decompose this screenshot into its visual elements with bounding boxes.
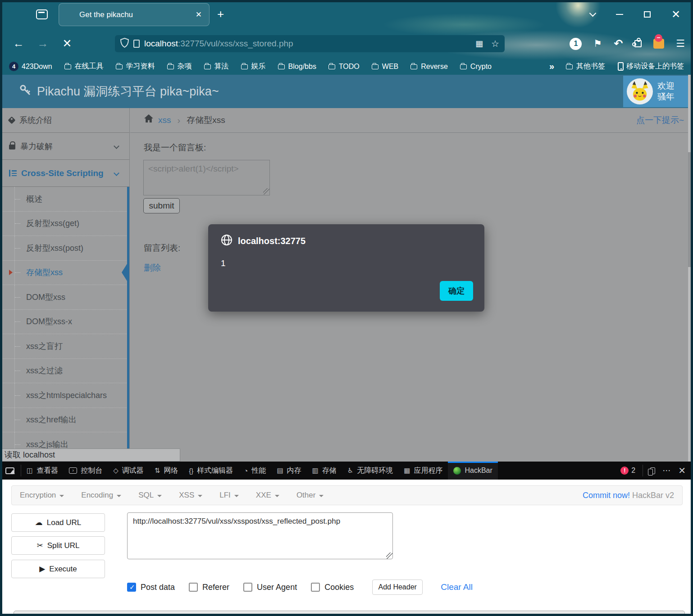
new-tab-button[interactable]: + [217,7,224,21]
shield-icon[interactable] [120,38,129,50]
page-scrollbar[interactable] [688,75,693,462]
bookmark-folder[interactable]: 算法 [204,62,229,71]
devtools-tab-network[interactable]: ⇅网络 [149,462,184,480]
undo-icon[interactable]: ↶ [614,37,623,50]
bookmark-folder[interactable]: TODO [328,63,360,71]
devtools-tab-storage[interactable]: ▥存储 [307,462,342,480]
submenu-item-active[interactable]: 存储型xss [0,261,129,285]
devtools-tab-inspector[interactable]: ◫查看器 [21,462,64,480]
referer-checkbox[interactable] [189,583,198,592]
cookies-option[interactable]: Cookies [311,583,354,592]
bookmark-folder[interactable]: Crypto [460,63,492,71]
adblock-icon[interactable] [653,39,664,49]
devtools-close-icon[interactable]: ✕ [678,465,686,476]
error-counter[interactable]: !2 [620,467,635,475]
menu-hamburger-icon[interactable]: ☰ [676,38,685,50]
qr-code-icon[interactable]: ▦ [475,39,483,49]
bookmark-folder[interactable]: Reverse [410,63,448,71]
hint-link[interactable]: 点一下提示~ [636,114,684,126]
post-data-option[interactable]: Post data [127,583,175,592]
url-bar[interactable]: localhost:32775/vul/xss/xss_stored.php ▦… [115,35,505,52]
user-agent-option[interactable]: User Agent [243,583,297,592]
bookmarks-overflow-chevron[interactable]: » [549,61,553,72]
submenu-item[interactable]: xss之htmlspecialchars [0,383,129,408]
element-picker-icon[interactable] [5,467,14,474]
bookmark-folder[interactable]: 学习资料 [116,62,155,71]
extensions-puzzle-icon[interactable] [634,40,642,47]
bookmark-item[interactable]: 4423Down [9,62,52,71]
menu-xxe[interactable]: XXE [256,491,279,500]
clear-all-link[interactable]: Clear All [441,582,473,592]
stop-button[interactable]: ✕ [55,37,79,50]
page-info-icon[interactable] [133,40,140,48]
load-url-button[interactable]: ☁Load URL [11,513,105,532]
bookmark-folder[interactable]: WEB [372,63,398,71]
menu-encoding[interactable]: Encoding [81,491,121,500]
devtools-tab-memory[interactable]: ▤内存 [271,462,306,480]
minimize-icon[interactable] [616,14,623,15]
devtools-tab-hackbar[interactable]: HackBar [448,462,497,480]
hackbar-url-input[interactable]: http://localhost:32775/vul/xss/xsspost/x… [127,512,393,559]
devtools-tab-application[interactable]: ▦应用程序 [398,462,448,480]
bookmark-folder[interactable]: 在线工具 [64,62,104,71]
bookmark-folder[interactable]: 娱乐 [241,62,266,71]
responsive-design-icon[interactable] [650,467,655,474]
close-window-icon[interactable]: ✕ [671,9,680,20]
sidebar-item-xss-section[interactable]: Cross-Site Scripting [0,160,129,187]
add-header-button[interactable]: Add Header [372,580,423,595]
resize-handle[interactable] [386,553,392,559]
user-agent-checkbox[interactable] [243,583,252,592]
submenu-item[interactable]: xss之href输出 [0,408,129,433]
bookmark-star-icon[interactable]: ☆ [491,38,499,49]
execute-button[interactable]: ▶Execute [11,560,105,578]
submenu-item[interactable]: DOM型xss-x [0,310,129,335]
menu-other[interactable]: Other [296,491,324,500]
submenu-item[interactable]: 概述 [0,187,129,212]
resize-handle[interactable] [263,188,269,195]
bookmark-folder[interactable]: 杂项 [167,62,192,71]
message-input[interactable]: <script>alert(1)</script> [143,160,270,195]
devtools-tab-console[interactable]: ›控制台 [64,462,108,480]
post-data-checkbox[interactable] [127,583,136,592]
referer-option[interactable]: Referer [189,583,229,592]
welcome-panel[interactable]: 欢迎 骚年 [623,76,688,107]
post-data-input-edge[interactable] [14,611,685,616]
bookmark-folder[interactable]: Blog/bbs [278,63,316,71]
forward-button[interactable]: → [31,37,55,50]
menu-sql[interactable]: SQL [138,491,162,500]
split-url-button[interactable]: ✂Split URL [11,536,105,555]
submenu-item[interactable]: 反射型xss(post) [0,236,129,261]
cookies-checkbox[interactable] [311,583,320,592]
sidebar-item-system-intro[interactable]: 系统介绍 [0,108,129,133]
browser-tab[interactable]: Get the pikachu ✕ [59,3,210,26]
devtools-tab-debugger[interactable]: ◇调试器 [108,462,149,480]
maximize-icon[interactable] [644,11,651,18]
devtools-tab-accessibility[interactable]: ♿无障碍环境 [342,462,398,480]
tab-close-icon[interactable]: ✕ [196,10,202,19]
commit-now-link[interactable]: Commit now! [583,491,630,500]
scrollbar-thumb[interactable] [688,152,693,267]
submenu-item[interactable]: 反射型xss(get) [0,212,129,236]
submenu-item[interactable]: xss之过滤 [0,359,129,384]
back-button[interactable]: ← [6,37,31,50]
mobile-bookmarks[interactable]: 移动设备上的书签 [618,62,684,71]
menu-encryption[interactable]: Encryption [20,491,64,500]
other-bookmarks-folder[interactable]: 其他书签 [566,62,605,71]
submenu-item[interactable]: DOM型xss [0,285,129,310]
home-icon[interactable] [144,114,154,125]
devtools-menu-icon[interactable]: ⋯ [662,466,671,476]
sidebar-item-brute-force[interactable]: 暴力破解 [0,133,129,160]
submenu-item[interactable]: xss之盲打 [0,334,129,359]
menu-xss[interactable]: XSS [179,491,202,500]
breadcrumb-section-link[interactable]: xss [158,115,171,125]
delete-link[interactable]: 删除 [144,262,161,274]
alert-ok-button[interactable]: 确定 [440,281,473,301]
submit-button[interactable]: submit [143,198,180,213]
devtools-tab-style-editor[interactable]: {}样式编辑器 [183,462,238,480]
devtools-tab-performance[interactable]: ◔性能 [238,462,271,480]
container-flag-icon[interactable]: ⚑ [593,38,602,49]
list-tabs-chevron-icon[interactable] [589,10,597,17]
firefox-view-icon[interactable] [36,9,48,19]
menu-lfi[interactable]: LFI [219,491,239,500]
notification-badge[interactable]: 1 [570,38,582,50]
